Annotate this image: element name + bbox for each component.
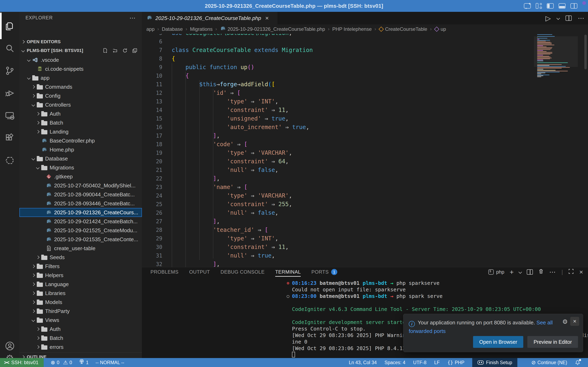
chevron-right-icon[interactable] xyxy=(32,283,35,286)
tree-item-auth[interactable]: Auth xyxy=(19,109,142,118)
editor-scrollbar[interactable] xyxy=(584,35,587,69)
chevron-right-icon[interactable] xyxy=(36,336,40,340)
chevron-right-icon[interactable] xyxy=(32,300,35,304)
chevron-right-icon[interactable] xyxy=(32,265,35,268)
continue-status[interactable]: ⊘ Continue (NE) xyxy=(531,359,567,366)
breadcrumb-up[interactable]: up xyxy=(434,26,446,32)
project-section[interactable]: PLMS-BDT [SSH: BTSV01] xyxy=(19,46,142,55)
chevron-down-icon[interactable] xyxy=(32,103,35,107)
notifications-bell[interactable] xyxy=(575,360,580,365)
panel-tab-ports[interactable]: PORTS1 xyxy=(311,267,337,277)
tree-item-language[interactable]: Language xyxy=(19,280,142,289)
tree-item-batch[interactable]: Batch xyxy=(19,118,142,127)
chevron-down-icon[interactable] xyxy=(32,157,35,160)
chevron-right-icon[interactable] xyxy=(36,130,40,133)
tree-item-auth[interactable]: Auth xyxy=(19,325,142,334)
panel-tab-terminal[interactable]: TERMINAL xyxy=(275,267,301,277)
breadcrumb-migrations[interactable]: Migrations xyxy=(190,26,213,32)
tree-item--vscode[interactable]: .vscode xyxy=(19,55,142,64)
tree-item--gitkeep[interactable]: .gitkeep xyxy=(19,172,142,181)
terminal-shell-selector[interactable]: php xyxy=(488,269,504,275)
tab-close-icon[interactable]: × xyxy=(265,15,269,22)
toggle-panel-icon[interactable] xyxy=(559,3,566,8)
chevron-down-icon[interactable] xyxy=(27,76,31,80)
collapse-folders-icon[interactable] xyxy=(132,48,138,53)
tree-item-views[interactable]: Views xyxy=(19,316,142,325)
tree-item-filters[interactable]: Filters xyxy=(19,262,142,271)
indentation-setting[interactable]: Spaces: 4 xyxy=(384,360,405,365)
new-terminal-icon[interactable]: + xyxy=(510,268,514,276)
maximize-panel-icon[interactable] xyxy=(568,268,574,276)
run-file-icon[interactable]: ▷ xyxy=(545,14,551,22)
chevron-right-icon[interactable] xyxy=(36,112,40,116)
panel-tab-debug-console[interactable]: DEBUG CONSOLE xyxy=(221,267,265,277)
open-in-browser-button[interactable]: Open in Browser xyxy=(473,336,523,348)
terminal-more-icon[interactable]: ⋯ xyxy=(549,268,556,276)
tree-item-2025-10-27-050402-modifyshiel-[interactable]: 2025-10-27-050402_ModifyShiel... xyxy=(19,181,142,190)
tree-item-2025-10-28-093446-createbatc-[interactable]: 2025-10-28-093446_CreateBatc... xyxy=(19,199,142,208)
encoding-setting[interactable]: UTF-8 xyxy=(413,360,426,365)
chevron-down-icon[interactable] xyxy=(32,318,35,322)
tree-item-errors[interactable]: errors xyxy=(19,342,142,351)
tree-item-migrations[interactable]: Migrations xyxy=(19,163,142,172)
tree-item-ci-code-snippets[interactable]: ci.code-snippets xyxy=(19,64,142,73)
language-mode[interactable]: {} PHP xyxy=(448,360,465,365)
breadcrumb-2025-10-29-021326-createcoursetable-php[interactable]: 2025-10-29-021326_CreateCourseTable.php xyxy=(220,25,325,33)
chevron-down-icon[interactable] xyxy=(27,58,31,62)
php-tools-icon[interactable] xyxy=(0,149,19,172)
problems-status[interactable]: ⊗ 0 ⚠ 0 xyxy=(51,359,72,366)
tree-item-2025-10-29-021326-createcours-[interactable]: 2025-10-29-021326_CreateCours... xyxy=(19,208,142,217)
chevron-right-icon[interactable] xyxy=(32,85,35,89)
cursor-position[interactable]: Ln 43, Col 34 xyxy=(349,360,377,365)
run-dropdown-icon[interactable] xyxy=(557,17,560,20)
tab-create-course-table[interactable]: 2025-10-29-021326_CreateCourseTable.php … xyxy=(142,12,278,25)
explorer-icon[interactable] xyxy=(0,15,19,37)
new-file-icon[interactable] xyxy=(103,48,108,53)
tree-item-config[interactable]: Config xyxy=(19,91,142,100)
chevron-right-icon[interactable] xyxy=(32,309,35,313)
tree-item-landing[interactable]: Landing xyxy=(19,127,142,136)
remote-explorer-icon[interactable] xyxy=(0,104,19,127)
tree-item-commands[interactable]: Commands xyxy=(19,82,142,91)
terminal-dropdown-icon[interactable] xyxy=(519,270,522,274)
chevron-right-icon[interactable] xyxy=(36,327,40,331)
tree-item-seeds[interactable]: Seeds xyxy=(19,253,142,262)
extensions-icon[interactable] xyxy=(0,127,19,149)
refresh-icon[interactable] xyxy=(122,48,128,53)
tree-item-batch[interactable]: Batch xyxy=(19,334,142,342)
breadcrumb-createcoursetable[interactable]: CreateCourseTable xyxy=(379,26,427,32)
new-folder-icon[interactable] xyxy=(112,48,118,53)
tree-item-app[interactable]: app xyxy=(19,73,142,82)
chevron-right-icon[interactable] xyxy=(32,292,35,295)
open-editors-section[interactable]: OPEN EDITORS xyxy=(19,37,142,46)
run-debug-icon[interactable] xyxy=(0,82,19,104)
tree-item-2025-10-29-021525-createmodu-[interactable]: 2025-10-29-021525_CreateModu... xyxy=(19,226,142,235)
toggle-sidebar-icon[interactable] xyxy=(547,3,554,8)
source-control-icon[interactable] xyxy=(0,59,19,82)
toggle-secondary-sidebar-icon[interactable] xyxy=(571,3,577,8)
chevron-right-icon[interactable] xyxy=(32,94,35,98)
tree-item-create-user-table[interactable]: create_user-table xyxy=(19,244,142,253)
tree-item-thirdparty[interactable]: ThirdParty xyxy=(19,307,142,316)
notification-settings-icon[interactable]: ⚙ xyxy=(562,318,568,325)
tree-item-basecontroller-php[interactable]: BaseController.php xyxy=(19,136,142,145)
code-editor[interactable]: 5use CodeIgniter\Database\Migration;67cl… xyxy=(142,25,588,267)
tree-item-2025-10-29-021424-createbatch-[interactable]: 2025-10-29-021424_CreateBatch... xyxy=(19,217,142,226)
panel-tab-problems[interactable]: PROBLEMS xyxy=(150,267,178,277)
breadcrumb-database[interactable]: Database xyxy=(162,26,183,32)
tree-item-database[interactable]: Database xyxy=(19,154,142,163)
breadcrumb-php-intelephense[interactable]: PHP Intelephense xyxy=(332,26,372,32)
preview-in-editor-button[interactable]: Preview in Editor xyxy=(527,336,578,348)
tree-item-2025-10-29-021535-createconte-[interactable]: 2025-10-29-021535_CreateConte... xyxy=(19,235,142,244)
split-editor-icon[interactable] xyxy=(566,16,572,21)
chevron-right-icon[interactable] xyxy=(32,274,35,277)
vim-mode[interactable]: -- NORMAL -- xyxy=(95,360,124,365)
forwarded-ports-status[interactable]: 1 xyxy=(79,359,89,366)
search-icon[interactable] xyxy=(0,37,19,59)
close-panel-icon[interactable]: × xyxy=(579,268,583,276)
notification-close-icon[interactable]: × xyxy=(570,317,579,326)
eol-setting[interactable]: LF xyxy=(434,360,440,365)
tree-item-libraries[interactable]: Libraries xyxy=(19,289,142,298)
chevron-right-icon[interactable] xyxy=(36,121,40,125)
split-terminal-icon[interactable] xyxy=(527,269,533,275)
